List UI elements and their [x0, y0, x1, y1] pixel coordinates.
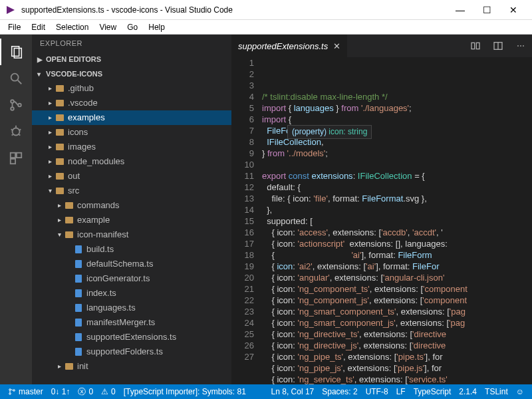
branch-name: master [19, 387, 43, 396]
folder-icon [55, 171, 65, 182]
folder-icon [64, 229, 74, 240]
eol[interactable]: LF [392, 384, 410, 399]
folder-icon [55, 156, 65, 167]
folder-item[interactable]: ▸node_modules [32, 154, 231, 169]
problems-errors[interactable]: ⓧ 0 [74, 384, 97, 399]
ts-version[interactable]: 2.1.4 [455, 384, 481, 399]
project-section[interactable]: ▾ VSCODE-ICONS [32, 66, 231, 81]
tab-close-icon[interactable]: ✕ [333, 41, 340, 51]
folder-item[interactable]: ▸example [32, 213, 231, 227]
tree-item-label: manifestMerger.ts [86, 315, 155, 330]
tree-item-label: supportedExtensions.ts [86, 330, 176, 344]
folder-icon [64, 361, 74, 372]
compare-changes-icon[interactable] [464, 35, 487, 57]
folder-icon [55, 186, 65, 196]
file-item[interactable]: build.ts [32, 242, 231, 257]
svg-point-20 [9, 389, 11, 391]
file-tree: ▸.github▸.vscode▸examples▸icons▸images▸n… [32, 81, 231, 374]
file-item[interactable]: defaultSchema.ts [32, 257, 231, 271]
file-item[interactable]: languages.ts [32, 301, 231, 315]
tree-item-label: icon-manifest [77, 227, 128, 242]
folder-item[interactable]: ▸images [32, 140, 231, 154]
file-icon [73, 332, 84, 342]
encoding[interactable]: UTF-8 [362, 384, 392, 399]
svg-point-2 [11, 74, 19, 81]
folder-item[interactable]: ▸init [32, 359, 231, 374]
menu-file[interactable]: File [3, 21, 26, 33]
tree-item-label: defaultSchema.ts [86, 257, 153, 271]
window-title: supportedExtensions.ts - vscode-icons - … [21, 5, 447, 15]
explorer-icon[interactable] [0, 39, 32, 65]
file-item[interactable]: iconGenerator.ts [32, 271, 231, 286]
file-item[interactable]: supportedFolders.ts [32, 344, 231, 359]
svg-rect-14 [17, 153, 21, 158]
debug-icon[interactable] [0, 118, 32, 145]
explorer-sidebar: EXPLORER ▶ OPEN EDITORS ▾ VSCODE-ICONS ▸… [32, 35, 231, 384]
menu-help[interactable]: Help [143, 21, 170, 33]
tree-item-label: examples [68, 110, 105, 125]
tree-item-label: out [68, 169, 80, 184]
cursor-position[interactable]: Ln 8, Col 17 [267, 384, 319, 399]
folder-item[interactable]: ▸icons [32, 125, 231, 140]
git-branch[interactable]: master [4, 384, 47, 399]
problems-warnings[interactable]: ⚠ 0 [97, 384, 120, 399]
folder-item[interactable]: ▸commands [32, 198, 231, 213]
more-actions-icon[interactable]: ⋯ [509, 35, 532, 57]
menu-view[interactable]: View [94, 21, 122, 33]
file-icon [73, 273, 84, 284]
editor-tab-active[interactable]: supportedExtensions.ts ✕ [231, 35, 347, 57]
git-sync[interactable]: 0↓ 1↑ [47, 384, 74, 399]
menu-bar: File Edit Selection View Go Help [0, 20, 532, 35]
menu-selection[interactable]: Selection [51, 21, 94, 33]
tree-item-label: example [77, 213, 110, 227]
ts-importer-status[interactable]: [TypeScript Importer]: Symbols: 81 [120, 384, 250, 399]
search-icon[interactable] [0, 65, 32, 92]
file-item[interactable]: index.ts [32, 286, 231, 301]
code-lines[interactable]: (property) icon: string /* tslint:disabl… [262, 57, 532, 384]
folder-item[interactable]: ▾icon-manifest [32, 227, 231, 242]
project-label: VSCODE-ICONS [46, 70, 102, 78]
twisty-icon: ▸ [45, 169, 55, 184]
tree-item-label: commands [77, 198, 120, 213]
folder-item[interactable]: ▸.vscode [32, 96, 231, 110]
twisty-icon: ▸ [45, 125, 55, 140]
window-maximize-button[interactable]: ☐ [473, 0, 500, 20]
code-editor[interactable]: 1234567891011121314151617181920212223242… [231, 57, 532, 384]
folder-item[interactable]: ▸examples [32, 110, 231, 125]
indent-setting[interactable]: Spaces: 2 [318, 384, 361, 399]
folder-item[interactable]: ▾src [32, 184, 231, 198]
folder-item[interactable]: ▸out [32, 169, 231, 184]
menu-edit[interactable]: Edit [26, 21, 51, 33]
svg-point-6 [18, 104, 21, 107]
window-minimize-button[interactable]: — [447, 0, 473, 20]
parameter-hint-popup: (property) icon: string [287, 125, 372, 139]
tree-item-label: index.ts [86, 286, 116, 301]
file-icon [73, 244, 84, 255]
open-editors-section[interactable]: ▶ OPEN EDITORS [32, 52, 231, 66]
folder-icon [55, 98, 65, 108]
tree-item-label: init [77, 359, 88, 374]
window-close-button[interactable]: ✕ [500, 0, 527, 20]
folder-icon [55, 142, 65, 152]
svg-line-11 [12, 134, 14, 136]
feedback-icon[interactable]: ☺ [512, 384, 528, 399]
folder-icon [64, 215, 74, 225]
folder-item[interactable]: ▸.github [32, 81, 231, 96]
language-mode[interactable]: TypeScript [410, 384, 456, 399]
tree-item-label: .github [68, 81, 94, 96]
vscode-logo-icon [5, 5, 16, 15]
source-control-icon[interactable] [0, 92, 32, 118]
twisty-icon: ▸ [45, 81, 55, 96]
file-item[interactable]: manifestMerger.ts [32, 315, 231, 330]
twisty-icon: ▸ [45, 154, 55, 169]
tslint-status[interactable]: TSLint [481, 384, 512, 399]
file-icon [73, 303, 84, 313]
status-bar: master 0↓ 1↑ ⓧ 0 ⚠ 0 [TypeScript Importe… [0, 384, 532, 399]
tree-item-label: build.ts [86, 242, 114, 257]
svg-rect-13 [11, 153, 15, 158]
split-editor-icon[interactable] [487, 35, 509, 57]
menu-go[interactable]: Go [122, 21, 143, 33]
twisty-icon: ▸ [45, 96, 55, 110]
file-item[interactable]: supportedExtensions.ts [32, 330, 231, 344]
extensions-icon[interactable] [0, 145, 32, 172]
